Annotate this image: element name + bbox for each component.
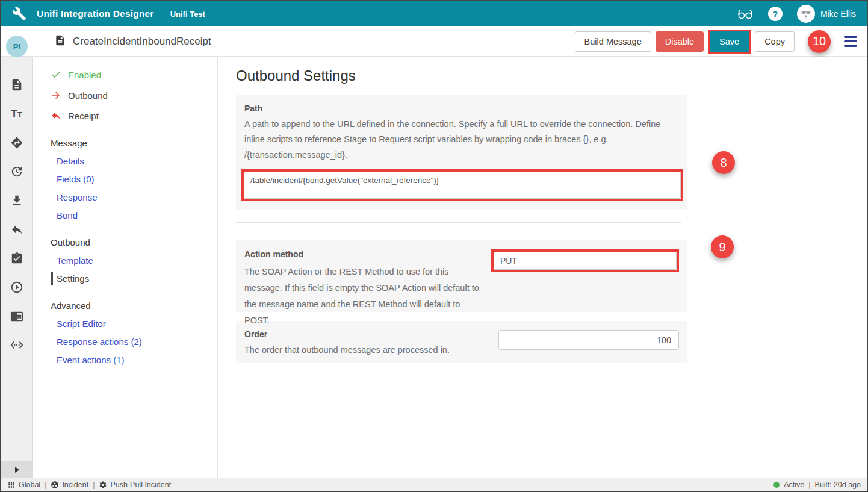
nav-link-details[interactable]: Details (51, 156, 217, 167)
built-label: Built: 20d ago (815, 481, 861, 489)
section-divider (236, 222, 681, 223)
nav-link-event-actions[interactable]: Event actions (1) (51, 355, 217, 366)
top-app-bar: Unifi Integration Designer Unifi Test ? (1, 1, 867, 26)
scope-selector[interactable]: Global (7, 481, 40, 489)
nav-item-receipt[interactable]: Receipt (51, 110, 217, 122)
reply-icon (51, 110, 61, 121)
reply-icon[interactable] (1, 215, 32, 244)
nav-link-template[interactable]: Template (51, 255, 217, 266)
status-bar: Global | Incident | Push-Pull Incident A… (1, 478, 867, 491)
page-title: Outbound Settings (236, 67, 867, 84)
action-method-annotation-box (491, 249, 679, 272)
path-annotation-box (241, 169, 683, 201)
copy-button[interactable]: Copy (755, 31, 795, 52)
nav-link-script-editor[interactable]: Script Editor (51, 319, 217, 329)
wrench-icon[interactable] (12, 7, 26, 21)
scope-label: Global (19, 481, 40, 489)
code-icon[interactable] (1, 331, 32, 360)
action-method-input[interactable] (494, 252, 677, 270)
nav-link-response-actions[interactable]: Response actions (2) (51, 337, 217, 347)
save-annotation-box: Save (708, 30, 751, 54)
history-icon[interactable] (1, 157, 32, 186)
nav-item-outbound[interactable]: Outbound (51, 89, 217, 101)
user-avatar (797, 5, 815, 23)
action-method-label: Action method (244, 249, 479, 259)
document-icon (54, 34, 66, 49)
integration-avatar[interactable]: PI (6, 36, 28, 57)
arrow-right-icon (51, 90, 61, 101)
nav-item-label: Enabled (68, 70, 101, 80)
help-icon[interactable]: ? (768, 7, 783, 21)
play-circle-icon[interactable] (1, 273, 32, 302)
nav-link-settings[interactable]: Settings (51, 273, 217, 284)
active-status-label: Active (784, 481, 804, 489)
integration-selector[interactable]: Incident (51, 481, 88, 489)
nav-link-fields[interactable]: Fields (0) (51, 174, 217, 185)
integration-icon (51, 481, 59, 489)
user-name: Mike Ellis (820, 9, 856, 19)
message-nav: Enabled Outbound Receipt Message Details… (33, 57, 218, 478)
separator: | (45, 481, 46, 489)
nav-link-bond[interactable]: Bond (51, 210, 217, 221)
separator: | (93, 481, 95, 489)
app-window: Unifi Integration Designer Unifi Test ? (0, 0, 868, 492)
nav-link-response[interactable]: Response (51, 192, 217, 203)
nav-section-advanced: Advanced (51, 300, 217, 311)
path-input[interactable] (244, 172, 681, 199)
menu-icon[interactable] (843, 33, 858, 49)
nav-section-outbound: Outbound (51, 237, 217, 248)
build-message-button[interactable]: Build Message (575, 31, 651, 52)
task-check-icon[interactable] (1, 244, 32, 273)
expand-arrow-icon (15, 467, 19, 473)
order-description: The order that outbound messages are pro… (244, 343, 498, 358)
annotation-badge-10: 10 (808, 30, 831, 53)
path-label: Path (236, 104, 687, 113)
disable-button[interactable]: Disable (656, 31, 704, 52)
integration-label: Incident (62, 481, 88, 489)
annotation-badge-9: 9 (711, 235, 734, 258)
save-button[interactable]: Save (710, 31, 749, 52)
path-field-panel: Path A path to append to the URL defined… (236, 95, 687, 210)
path-description: A path to append to the URL defined in t… (236, 117, 675, 163)
active-status-icon (773, 482, 780, 488)
record-header: CreateIncidentInboundReceipt Build Messa… (1, 26, 867, 57)
sidebar-collapse-toggle[interactable] (1, 461, 33, 478)
process-label: Push-Pull Incident (110, 481, 171, 489)
check-icon (51, 69, 61, 80)
separator: | (808, 481, 810, 489)
action-method-panel: Action method The SOAP Action or the RES… (236, 240, 687, 312)
nav-item-label: Receipt (68, 111, 99, 121)
apps-grid-icon (7, 481, 16, 489)
record-title: CreateIncidentInboundReceipt (73, 36, 211, 48)
directions-icon[interactable] (1, 128, 32, 157)
annotation-badge-8: 8 (712, 151, 735, 174)
glasses-icon[interactable] (737, 6, 754, 22)
process-selector[interactable]: Push-Pull Incident (99, 481, 171, 489)
active-indicator (51, 272, 53, 285)
nav-item-label: Outbound (68, 90, 108, 101)
user-menu[interactable]: Mike Ellis (797, 5, 856, 23)
environment-label: Unifi Test (170, 10, 205, 19)
order-label: Order (244, 329, 498, 339)
nav-section-message: Message (51, 138, 217, 149)
nav-item-enabled[interactable]: Enabled (51, 69, 217, 81)
document-icon[interactable] (1, 70, 32, 99)
text-format-icon[interactable]: TT (1, 99, 32, 128)
app-title: Unifi Integration Designer (37, 8, 154, 19)
icon-sidebar: TT (1, 57, 33, 478)
settings-form: Outbound Settings Path A path to append … (218, 57, 867, 478)
action-method-description: The SOAP Action or the REST Method to us… (244, 264, 479, 328)
download-icon[interactable] (1, 186, 32, 215)
order-input[interactable] (498, 330, 679, 350)
gear-icon (99, 481, 107, 489)
reader-icon[interactable] (1, 302, 32, 331)
